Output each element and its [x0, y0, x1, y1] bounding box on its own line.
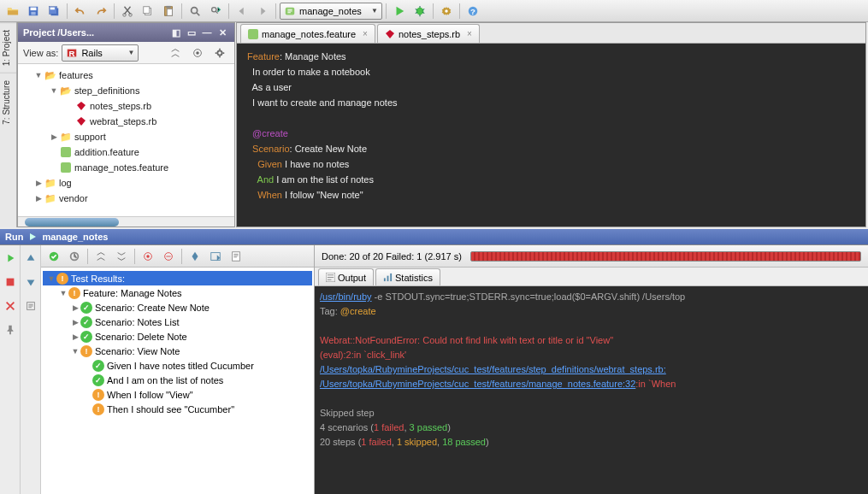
horizontal-scrollbar[interactable]: [18, 216, 234, 226]
tree-node-vendor[interactable]: ▶📁vendor: [18, 191, 234, 206]
settings-icon[interactable]: [437, 2, 456, 21]
select-first-failed-icon[interactable]: [139, 247, 157, 266]
svg-rect-9: [144, 6, 150, 13]
fail-icon: !: [56, 273, 68, 285]
tab-project[interactable]: 1: Project: [0, 22, 16, 73]
tab-statistics[interactable]: Statistics: [375, 268, 440, 285]
paste-icon[interactable]: [159, 2, 178, 21]
stop-icon[interactable]: [1, 273, 20, 291]
run-icon[interactable]: [390, 2, 409, 21]
svg-rect-27: [248, 29, 258, 39]
cut-icon[interactable]: [118, 2, 137, 21]
chevron-down-icon: ▼: [371, 7, 378, 15]
tree-node-features[interactable]: ▼📂features: [18, 68, 234, 83]
gear-icon[interactable]: [210, 44, 229, 62]
autoscroll-to-source-icon[interactable]: [186, 247, 204, 266]
tree-node-manage-notes[interactable]: manage_notes.feature: [18, 160, 234, 175]
autoscroll-icon[interactable]: [188, 44, 207, 62]
test-feature[interactable]: ▼!Feature: Manage Notes: [43, 285, 312, 300]
tree-node-notes-steps[interactable]: notes_steps.rb: [18, 98, 234, 114]
folder-icon: 📁: [59, 131, 73, 143]
rerun-icon[interactable]: [1, 249, 20, 268]
test-root[interactable]: ▼!Test Results:: [43, 271, 312, 285]
open-source-icon[interactable]: [206, 247, 225, 266]
editor-tab-manage-notes[interactable]: manage_notes.feature×: [240, 24, 375, 43]
svg-point-24: [217, 50, 221, 55]
editor-tab-notes-steps[interactable]: notes_steps.rb×: [377, 24, 480, 43]
panel-minimize-icon[interactable]: —: [200, 26, 214, 39]
editor-body[interactable]: Feature: Manage Notes In order to make a…: [237, 44, 865, 226]
tree-node-support[interactable]: ▶📁support: [18, 129, 234, 144]
tree-node-addition[interactable]: addition.feature: [18, 144, 234, 160]
find-icon[interactable]: [186, 2, 204, 21]
test-step-and[interactable]: ✓And I am on the list of notes: [43, 373, 312, 387]
progress-bar: [470, 251, 861, 262]
undo-icon[interactable]: [71, 2, 90, 21]
view-as-value: Rails: [81, 48, 102, 58]
forward-icon[interactable]: [253, 2, 272, 21]
main-toolbar: manage_notes ▼ ?: [0, 0, 868, 22]
expand-all-icon[interactable]: [112, 247, 131, 266]
debug-icon[interactable]: [410, 2, 429, 21]
back-icon[interactable]: [233, 2, 251, 21]
separator: [386, 3, 387, 19]
track-running-icon[interactable]: [65, 247, 84, 266]
scroll-to-stack-icon[interactable]: [159, 247, 178, 266]
pass-icon: ✓: [92, 374, 104, 386]
copy-icon[interactable]: [139, 2, 157, 21]
tree-node-webrat-steps[interactable]: webrat_steps.rb: [18, 114, 234, 129]
help-icon[interactable]: ?: [464, 2, 482, 21]
tree-node-step-definitions[interactable]: ▼📂step_definitions: [18, 83, 234, 98]
run-header-name: manage_notes: [42, 232, 108, 242]
hide-passed-icon[interactable]: [44, 247, 63, 266]
panel-dock-icon[interactable]: ◧: [169, 26, 183, 39]
next-failed-icon[interactable]: [21, 273, 40, 291]
rails-icon: R: [66, 47, 78, 59]
svg-rect-11: [166, 5, 170, 8]
stats-icon: [383, 273, 393, 282]
export-results-icon[interactable]: [227, 247, 245, 266]
tab-structure[interactable]: 7: Structure: [0, 73, 16, 132]
tab-output[interactable]: Output: [318, 268, 374, 285]
folder-icon: 📁: [44, 177, 57, 189]
scrollbar-thumb[interactable]: [25, 218, 119, 226]
separator: [181, 249, 182, 264]
redo-icon[interactable]: [92, 2, 110, 21]
collapse-all-icon[interactable]: [92, 247, 110, 266]
test-scenario-view[interactable]: ▼!Scenario: View Note: [43, 344, 312, 358]
collapse-all-icon[interactable]: [166, 44, 185, 62]
close-tab-icon[interactable]: ×: [467, 29, 472, 38]
prev-failed-icon[interactable]: [21, 249, 40, 268]
console-output[interactable]: /usr/bin/ruby -e STDOUT.sync=true;STDERR…: [315, 286, 868, 494]
test-scenario-delete[interactable]: ▶✓Scenario: Delete Note: [43, 329, 312, 344]
tree-node-log[interactable]: ▶📁log: [18, 175, 234, 191]
test-step-given[interactable]: ✓Given I have notes titled Cucumber: [43, 358, 312, 373]
view-as-combo[interactable]: R Rails ▼: [62, 44, 139, 62]
ruby-icon: [385, 29, 395, 39]
run-config-label: manage_notes: [299, 6, 362, 16]
save-all-icon[interactable]: [44, 2, 63, 21]
open-icon[interactable]: [3, 2, 22, 21]
panel-float-icon[interactable]: ▭: [185, 26, 198, 39]
panel-close-icon[interactable]: ✕: [216, 26, 229, 39]
close-run-icon[interactable]: [1, 297, 20, 315]
export-icon[interactable]: [21, 297, 40, 315]
test-step-then[interactable]: !Then I should see "Cucumber": [43, 402, 312, 416]
test-step-when[interactable]: !When I follow "View": [43, 387, 312, 402]
feature-icon: [248, 29, 258, 39]
pass-icon: ✓: [80, 302, 92, 314]
save-icon[interactable]: [24, 2, 43, 21]
run-config-combo[interactable]: manage_notes ▼: [280, 3, 382, 20]
test-scenario-list[interactable]: ▶✓Scenario: Notes List: [43, 315, 312, 329]
close-tab-icon[interactable]: ×: [363, 29, 368, 38]
project-tree[interactable]: ▼📂features ▼📂step_definitions notes_step…: [18, 64, 234, 216]
replace-icon[interactable]: [206, 2, 225, 21]
test-tree[interactable]: ▼!Test Results: ▼!Feature: Manage Notes …: [41, 268, 314, 494]
test-scenario-create[interactable]: ▶✓Scenario: Create New Note: [43, 300, 312, 315]
project-panel: Project /Users... ◧ ▭ — ✕ View as: R Rai…: [17, 22, 235, 227]
view-as-bar: View as: R Rails ▼: [18, 42, 234, 64]
pin-icon[interactable]: [1, 321, 20, 339]
svg-text:?: ?: [470, 6, 475, 15]
skip-icon: !: [92, 403, 104, 415]
svg-text:R: R: [69, 48, 75, 57]
